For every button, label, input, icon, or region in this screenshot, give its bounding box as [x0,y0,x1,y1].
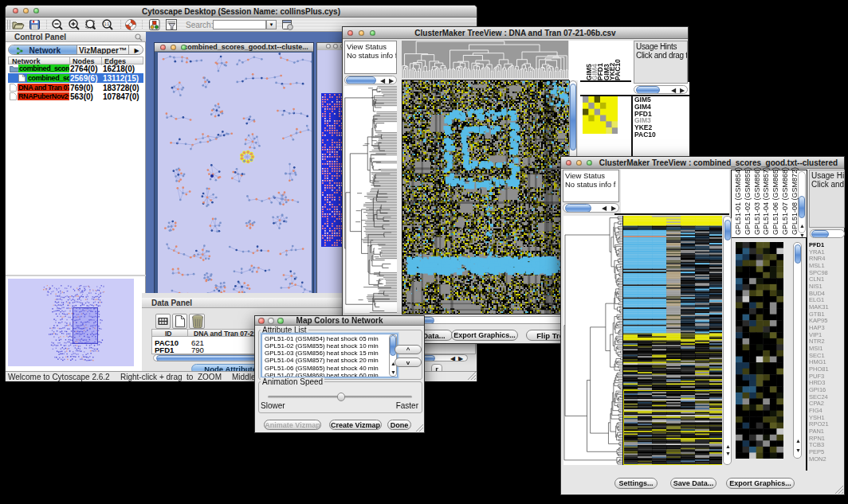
svg-text:1:1: 1:1 [104,22,110,26]
